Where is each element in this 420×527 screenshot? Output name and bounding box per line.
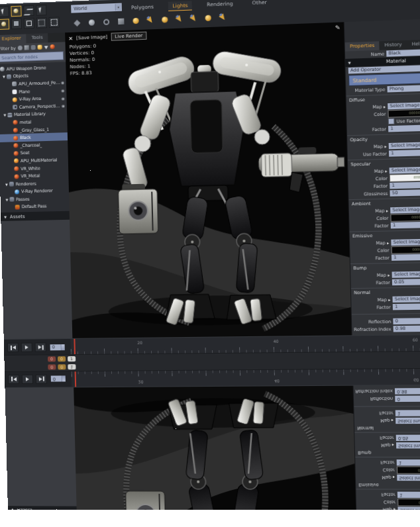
ring-light-icon[interactable]: [103, 19, 109, 25]
face-mode-button[interactable]: [11, 19, 22, 30]
pick-tool-button[interactable]: [36, 5, 46, 16]
assets-panel-empty: [1, 220, 72, 340]
tree-item-default-pass[interactable]: Default Pass: [1, 202, 70, 211]
directional-light-icon[interactable]: [176, 15, 184, 23]
move-tool-icon: [13, 9, 18, 13]
eye-icon[interactable]: ◉: [62, 103, 65, 108]
map-arrow-icon: ▸: [386, 208, 388, 213]
paint-icon[interactable]: [74, 20, 80, 26]
glossiness-field[interactable]: 50: [390, 189, 420, 196]
tab-lights[interactable]: Lights: [168, 1, 192, 11]
tab-rendering[interactable]: Rendering: [203, 0, 237, 10]
opacity-use-factor-field[interactable]: 1: [389, 149, 420, 157]
name-label: Name: [345, 51, 386, 58]
go-to-start-button[interactable]: [7, 343, 19, 352]
play-button[interactable]: [21, 343, 32, 352]
factor-label: Factor: [347, 126, 388, 133]
ies-light-icon[interactable]: [219, 13, 227, 21]
vertex-mode-button[interactable]: [36, 17, 47, 28]
close-icon[interactable]: ✕: [68, 35, 73, 41]
sphere-light-icon[interactable]: [89, 19, 95, 25]
bump-factor-field[interactable]: 0.05: [392, 279, 420, 286]
color-label: Color: [348, 175, 390, 182]
ambient-map-dropdown[interactable]: Select Image: [390, 206, 420, 213]
factor-label: Factor: [349, 222, 390, 229]
error-count-badge[interactable]: 0: [48, 356, 56, 361]
face-icon: [14, 21, 19, 26]
material-icon: [13, 128, 18, 132]
specular-color-swatch[interactable]: ffffff: [390, 173, 420, 181]
edit-pencil-icon[interactable]: ✎: [335, 24, 341, 32]
omni-light-icon[interactable]: [162, 17, 168, 23]
opacity-map-dropdown[interactable]: Select Image: [389, 142, 420, 150]
specular-map-dropdown[interactable]: Select Image: [390, 166, 420, 173]
filter-group-icon[interactable]: [38, 45, 42, 50]
box-light-icon[interactable]: [118, 19, 124, 24]
eye-icon[interactable]: ◉: [61, 95, 64, 100]
eye-icon[interactable]: ◉: [61, 80, 64, 85]
point-light-icon[interactable]: [132, 18, 138, 24]
ambient-color-swatch[interactable]: 000000: [390, 213, 420, 222]
select-tool-button[interactable]: [0, 6, 9, 17]
map-label: Map▸: [350, 272, 392, 278]
use-factor-checkbox[interactable]: [388, 118, 395, 124]
move-tool-button[interactable]: [11, 6, 21, 17]
filter-arrow-icon[interactable]: [44, 46, 48, 49]
ambient-factor-field[interactable]: 1: [391, 221, 420, 228]
bump-map-dropdown[interactable]: Select Image: [392, 271, 420, 278]
cursor-icon: [38, 7, 42, 13]
collapse-icon[interactable]: ▼: [5, 198, 8, 202]
tab-polygons[interactable]: Polygons: [127, 2, 158, 13]
filter-camera-icon[interactable]: [31, 45, 36, 50]
world-dropdown[interactable]: World ▾: [71, 3, 122, 13]
tab-help[interactable]: Help: [407, 40, 420, 50]
collapse-icon[interactable]: ▼: [3, 113, 6, 117]
playhead[interactable]: [74, 339, 76, 355]
filter-node-icon[interactable]: [18, 46, 23, 50]
eye-icon[interactable]: ◉: [61, 88, 64, 93]
spot-light-icon[interactable]: [146, 17, 154, 24]
edge-mode-button[interactable]: [24, 18, 34, 29]
emissive-factor-field[interactable]: 1: [392, 254, 420, 261]
object-mode-button[interactable]: [0, 19, 9, 30]
collapse-icon[interactable]: ▼: [3, 75, 5, 79]
live-render-tab[interactable]: Live Render: [111, 32, 146, 41]
factor-label: Factor: [350, 255, 392, 261]
snap-tool-button[interactable]: [23, 5, 34, 17]
warning-count-badge[interactable]: 0: [58, 356, 66, 361]
save-image-button[interactable]: [Save Image]: [76, 34, 107, 41]
tab-tools[interactable]: Tools: [26, 33, 48, 43]
ambient-light-icon[interactable]: [205, 15, 211, 22]
name-field[interactable]: Black: [386, 48, 420, 56]
collapse-icon: ▼: [4, 215, 7, 219]
render-viewport[interactable]: ✕ [Save Image] Live Render Polygons: 0 V…: [65, 22, 351, 339]
map-arrow-icon: ▸: [388, 297, 390, 302]
emissive-color-swatch[interactable]: 000000: [392, 246, 420, 254]
diffuse-factor-field[interactable]: 1: [388, 124, 420, 132]
tab-other[interactable]: Other: [248, 0, 271, 8]
transport-controls: 0: [4, 342, 68, 352]
filter-geometry-icon[interactable]: [25, 45, 29, 50]
reflection-label: Reflection: [352, 318, 394, 324]
info-count-badge[interactable]: 1: [68, 356, 76, 361]
ruler-tick-label: 60: [413, 337, 418, 342]
specular-factor-field[interactable]: 1: [390, 181, 420, 189]
camera-icon: [13, 105, 17, 109]
collapse-icon[interactable]: ▼: [5, 182, 8, 186]
diffuse-map-dropdown[interactable]: Select Image: [388, 101, 420, 109]
reflection-field[interactable]: 0: [393, 318, 420, 324]
emissive-map-dropdown[interactable]: Select Image: [391, 238, 420, 246]
refraction-index-label: Refraction Index: [352, 326, 394, 332]
search-input[interactable]: [0, 51, 64, 62]
normal-factor-field[interactable]: 1: [393, 303, 420, 310]
filter-material-icon[interactable]: [50, 44, 55, 49]
diffuse-color-swatch[interactable]: 000000: [388, 109, 420, 118]
material-type-dropdown[interactable]: Phong: [388, 84, 420, 92]
marquee-select-button[interactable]: [49, 17, 60, 28]
go-to-end-button[interactable]: [35, 342, 46, 352]
refraction-index-field[interactable]: 0.98: [394, 325, 420, 332]
normal-map-dropdown[interactable]: Select Image: [392, 295, 420, 303]
properties-panel: Properties History Help NameBlack ▼Mater…: [344, 19, 420, 336]
area-light-icon[interactable]: [189, 15, 197, 23]
current-frame-field[interactable]: 0: [50, 344, 65, 350]
